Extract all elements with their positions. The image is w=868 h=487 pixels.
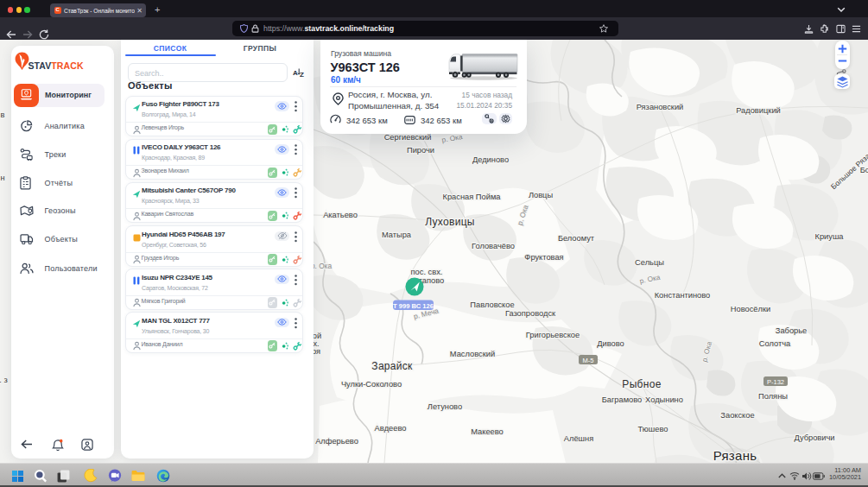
svg-text:Головачёво: Головачёво	[472, 242, 515, 250]
svg-text:Дивово: Дивово	[597, 339, 624, 348]
svg-text:Баграмово: Баграмово	[602, 395, 643, 404]
svg-text:Рыбное: Рыбное	[622, 378, 661, 390]
svg-text:Дединово: Дединово	[472, 155, 509, 164]
svg-text:М-5: М-5	[583, 357, 594, 364]
svg-text:Луховицы: Луховицы	[425, 216, 475, 228]
svg-text:Бол: Бол	[860, 166, 868, 174]
svg-text:пос. свх.: пос. свх.	[411, 268, 443, 276]
svg-text:Заокское: Заокское	[720, 411, 754, 420]
svg-text:Радовицкий: Радовицкий	[736, 106, 781, 115]
svg-text:Заборье: Заборье	[776, 326, 807, 335]
svg-text:Зарайск: Зарайск	[371, 360, 413, 372]
svg-text:Тюшево: Тюшево	[638, 425, 668, 433]
svg-text:Поляны: Поляны	[758, 392, 788, 401]
svg-text:Авдеево: Авдеево	[375, 424, 407, 433]
svg-text:Макеево: Макеево	[471, 427, 504, 436]
svg-text:Дубровичи: Дубровичи	[794, 433, 834, 442]
svg-text:Пирочи: Пирочи	[407, 146, 434, 155]
svg-text:Летуново: Летуново	[428, 402, 462, 411]
svg-text:Белоомут: Белоомут	[558, 234, 595, 243]
svg-text:Красная Пойма: Красная Пойма	[443, 193, 502, 201]
svg-text:Чулки-Соколово: Чулки-Соколово	[341, 380, 402, 389]
svg-text:Павловское: Павловское	[470, 300, 514, 309]
svg-text:Рязановский: Рязановский	[637, 103, 684, 111]
svg-text:Акатьево: Акатьево	[323, 211, 358, 219]
svg-text:Р-132: Р-132	[767, 378, 784, 386]
svg-text:Новосёлки: Новосёлки	[731, 305, 770, 313]
svg-text:Газопроводск: Газопроводск	[505, 309, 556, 318]
svg-text:Рязань: Рязань	[713, 448, 757, 463]
svg-text:Т 999 ВС 126: Т 999 ВС 126	[393, 302, 434, 310]
svg-text:Z: Z	[300, 71, 304, 78]
svg-text:Матыра: Матыра	[382, 231, 412, 239]
svg-text:р. Ока: р. Ока	[311, 262, 332, 270]
svg-text:Ходынино: Ходынино	[645, 395, 683, 404]
svg-text:Алферьево: Алферьево	[315, 437, 358, 446]
svg-text:Масловский: Масловский	[450, 350, 495, 358]
svg-text:Сельцы: Сельцы	[635, 258, 664, 267]
svg-text:н: н	[0, 174, 4, 182]
svg-text:Ловцы: Ловцы	[529, 191, 554, 199]
svg-text:в: в	[1, 111, 5, 119]
svg-text:Константиново: Константиново	[655, 291, 711, 300]
svg-text:Сергиевский: Сергиевский	[384, 133, 432, 142]
svg-text:A: A	[293, 69, 298, 77]
svg-text:Григорьевское: Григорьевское	[526, 331, 580, 339]
svg-text:Фруктовая: Фруктовая	[524, 253, 563, 262]
svg-text:Солотча: Солотча	[759, 339, 791, 348]
svg-text:. з: . з	[0, 376, 8, 384]
svg-text:Криуша: Криуша	[814, 232, 844, 241]
svg-text:Алёшня: Алёшня	[564, 434, 593, 443]
